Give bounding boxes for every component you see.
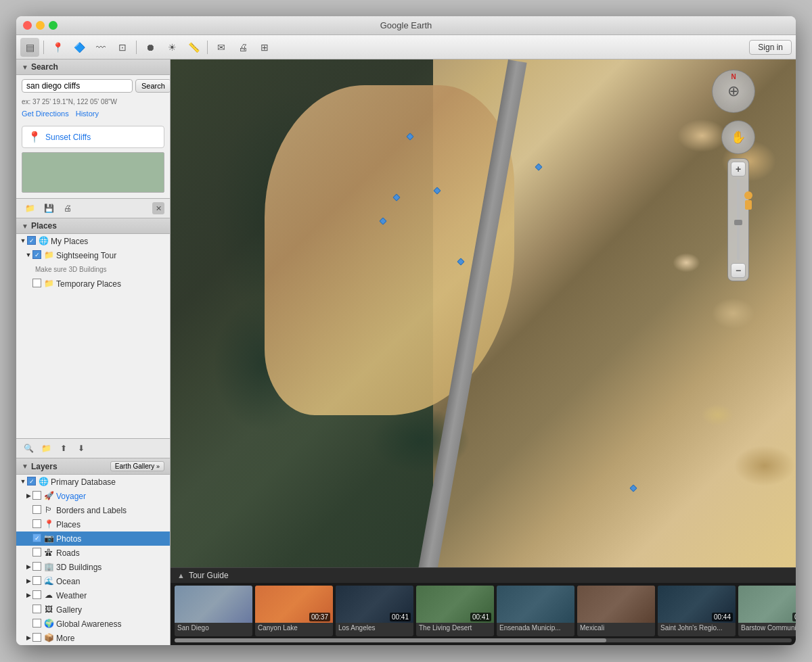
sightseeing-checkbox[interactable]: ✓ xyxy=(32,250,41,259)
tree-item-primary-db[interactable]: ▼ ✓ 🌐 Primary Database xyxy=(16,475,170,489)
history-link[interactable]: History xyxy=(76,110,99,118)
tree-item-more[interactable]: ▶ 📦 More xyxy=(16,631,170,645)
tree-item-roads[interactable]: 🛣 Roads xyxy=(16,546,170,560)
add-placemark-button[interactable]: 📍 xyxy=(48,38,67,57)
tour-item-saint-johns[interactable]: 00:44 Saint John's Regio... xyxy=(658,586,736,636)
temporary-checkbox[interactable] xyxy=(32,279,41,287)
tour-item-san-diego[interactable]: San Diego xyxy=(175,586,252,636)
search-button[interactable]: Search xyxy=(135,79,171,93)
view-maps-button[interactable]: ⊞ xyxy=(255,38,274,57)
zoom-out-button[interactable]: − xyxy=(731,263,746,278)
more-checkbox[interactable] xyxy=(32,633,41,642)
tree-item-ocean[interactable]: ▶ 🌊 Ocean xyxy=(16,574,170,588)
add-path-button[interactable]: 〰 xyxy=(91,38,110,57)
tree-item-gallery[interactable]: 🖼 Gallery xyxy=(16,602,170,617)
tree-item-weather[interactable]: ▶ ☁ Weather xyxy=(16,588,170,602)
tree-item-my-places[interactable]: ▼ ✓ 🌐 My Places xyxy=(16,234,170,248)
search-map-preview xyxy=(22,152,164,193)
search-action-links: Get Directions History xyxy=(16,108,170,122)
move-up-button[interactable]: ⬆ xyxy=(55,442,72,455)
global-awareness-toggle xyxy=(24,618,32,629)
temporary-toggle xyxy=(24,278,32,289)
tour-item-living-desert[interactable]: 00:41 The Living Desert xyxy=(416,586,494,636)
ocean-checkbox[interactable] xyxy=(32,576,41,585)
pegman[interactable] xyxy=(743,191,754,210)
print-places-button[interactable]: 🖨 xyxy=(60,202,76,215)
print-button[interactable]: 🖨 xyxy=(233,38,252,57)
search-input[interactable] xyxy=(22,79,133,93)
global-awareness-checkbox[interactable] xyxy=(32,619,41,628)
voyager-checkbox[interactable] xyxy=(32,491,41,500)
photos-checkbox[interactable]: ✓ xyxy=(32,534,41,542)
record-tour-button[interactable]: ⏺ xyxy=(141,38,160,57)
move-down-button[interactable]: ⬇ xyxy=(73,442,89,455)
tour-item-canyon-lake[interactable]: 00:37 Canyon Lake xyxy=(255,586,333,636)
gallery-checkbox[interactable] xyxy=(32,605,41,613)
result-name: Sunset Cliffs xyxy=(45,133,91,142)
add-folder-button[interactable]: 📁 xyxy=(22,202,38,215)
nav-compass[interactable]: N ⊕ xyxy=(712,70,755,113)
earth-gallery-button[interactable]: Earth Gallery » xyxy=(110,461,164,471)
tree-item-places-layer[interactable]: 📍 Places xyxy=(16,517,170,531)
tour-items-list: San Diego 00:37 Canyon Lake 00:41 Los An… xyxy=(171,583,796,638)
primary-db-checkbox[interactable]: ✓ xyxy=(27,477,36,486)
minimize-button[interactable] xyxy=(36,21,45,30)
tour-item-mexicali[interactable]: Mexicali xyxy=(577,586,655,636)
tree-item-global-awareness[interactable]: 🌍 Global Awareness xyxy=(16,617,170,631)
result-pin-icon: 📍 xyxy=(28,131,41,143)
title-bar: Google Earth xyxy=(16,16,796,35)
borders-label: Borders and Labels xyxy=(56,504,167,516)
add-places-folder-button[interactable]: 📁 xyxy=(38,442,54,455)
tour-item-ensenada[interactable]: Ensenada Municip... xyxy=(497,586,574,636)
pan-control[interactable]: ✋ xyxy=(721,120,755,154)
zoom-track[interactable] xyxy=(737,179,740,260)
3d-buildings-checkbox[interactable] xyxy=(32,562,41,571)
weather-checkbox[interactable] xyxy=(32,590,41,599)
tree-item-borders[interactable]: 🏳 Borders and Labels xyxy=(16,503,170,517)
search-result-item[interactable]: 📍 Sunset Cliffs xyxy=(22,126,164,148)
search-places-button[interactable]: 🔍 xyxy=(20,442,37,455)
tour-item-barstow[interactable]: 00:44 Barstow Communit... xyxy=(738,586,796,636)
close-search-button[interactable]: ✕ xyxy=(152,202,164,214)
weather-icon: ☁ xyxy=(43,590,54,600)
tour-duration-canyon-lake: 00:37 xyxy=(309,613,330,621)
photos-toggle xyxy=(24,533,32,544)
tree-item-sightseeing[interactable]: ▼ ✓ 📁 Sightseeing Tour xyxy=(16,248,170,262)
roads-checkbox[interactable] xyxy=(32,548,41,557)
places-layer-checkbox[interactable] xyxy=(32,519,41,528)
close-button[interactable] xyxy=(23,21,32,30)
sign-in-button[interactable]: Sign in xyxy=(749,40,792,55)
search-section-header[interactable]: ▼ Search xyxy=(16,60,170,75)
temporary-label: Temporary Places xyxy=(56,278,167,289)
maximize-button[interactable] xyxy=(49,21,58,30)
email-button[interactable]: ✉ xyxy=(212,38,231,57)
save-to-myplaces-button[interactable]: 💾 xyxy=(41,202,57,215)
tour-item-los-angeles[interactable]: 00:41 Los Angeles xyxy=(336,586,413,636)
places-section-header[interactable]: ▼ Places xyxy=(16,218,170,234)
sun-button[interactable]: ☀ xyxy=(162,38,181,57)
left-panel: ▼ Search Search ex: 37 25' 19.1"N, 122 0… xyxy=(16,60,171,645)
tree-item-voyager[interactable]: ▶ 🚀 Voyager xyxy=(16,489,170,503)
tour-guide-toggle[interactable]: ▲ xyxy=(177,571,185,580)
ruler-button[interactable]: 📏 xyxy=(184,38,203,57)
pegman-body xyxy=(745,200,752,210)
zoom-thumb xyxy=(734,220,742,225)
tree-item-3d-buildings[interactable]: ▶ 🏢 3D Buildings xyxy=(16,560,170,574)
get-directions-link[interactable]: Get Directions xyxy=(22,110,69,118)
voyager-icon: 🚀 xyxy=(43,490,54,501)
layers-toggle-icon: ▼ xyxy=(22,463,28,470)
sidebar-toggle-button[interactable]: ▤ xyxy=(20,38,39,57)
tour-scrollbar[interactable] xyxy=(175,638,792,642)
add-overlay-button[interactable]: ⊡ xyxy=(113,38,132,57)
tree-item-photos[interactable]: ✓ 📷 Photos xyxy=(16,531,170,546)
search-coords-hint: ex: 37 25' 19.1"N, 122 05' 08"W xyxy=(16,97,170,108)
zoom-in-button[interactable]: + xyxy=(731,162,746,176)
tree-item-temporary[interactable]: 📁 Temporary Places xyxy=(16,277,170,291)
map-view[interactable]: N ⊕ ✋ + − xyxy=(171,60,796,567)
tour-guide-title: Tour Guide xyxy=(189,571,229,580)
compass-ring: N ⊕ xyxy=(712,70,755,113)
borders-checkbox[interactable] xyxy=(32,505,41,514)
my-places-checkbox[interactable]: ✓ xyxy=(27,236,36,245)
primary-db-toggle: ▼ xyxy=(19,476,27,487)
add-polygon-button[interactable]: 🔷 xyxy=(70,38,89,57)
